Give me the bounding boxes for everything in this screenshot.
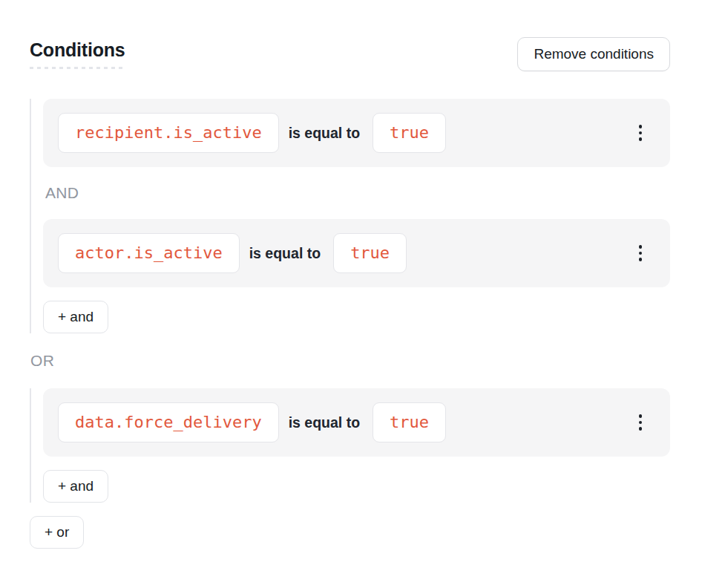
condition-group-2: data.force_delivery is equal to true + a…	[30, 388, 670, 503]
condition-operator[interactable]: is equal to	[249, 245, 321, 262]
add-or-group-button[interactable]: + or	[30, 516, 84, 549]
or-joiner-label: OR	[30, 352, 670, 370]
condition-expression: recipient.is_active is equal to true	[58, 113, 634, 153]
kebab-dot-icon	[639, 245, 643, 249]
kebab-dot-icon	[639, 252, 643, 255]
condition-value-chip[interactable]: true	[333, 233, 407, 273]
condition-row: data.force_delivery is equal to true	[43, 388, 670, 457]
condition-field-chip[interactable]: data.force_delivery	[58, 402, 279, 442]
condition-row: recipient.is_active is equal to true	[43, 99, 670, 167]
condition-row: actor.is_active is equal to true	[43, 219, 670, 287]
condition-expression: actor.is_active is equal to true	[58, 233, 634, 273]
condition-group-1: recipient.is_active is equal to true AND…	[30, 99, 670, 333]
condition-field-chip[interactable]: recipient.is_active	[58, 113, 279, 153]
conditions-panel: Conditions Remove conditions recipient.i…	[0, 0, 702, 549]
kebab-menu-button[interactable]	[634, 241, 647, 266]
condition-expression: data.force_delivery is equal to true	[58, 402, 634, 442]
add-and-condition-button[interactable]: + and	[43, 301, 108, 333]
page-title: Conditions	[30, 39, 125, 69]
and-joiner-label: AND	[45, 184, 670, 202]
kebab-dot-icon	[639, 421, 643, 425]
add-and-condition-button[interactable]: + and	[43, 470, 108, 503]
kebab-dot-icon	[639, 131, 643, 135]
condition-operator[interactable]: is equal to	[289, 414, 360, 431]
condition-value-chip[interactable]: true	[373, 113, 446, 153]
condition-field-chip[interactable]: actor.is_active	[58, 233, 240, 273]
kebab-menu-button[interactable]	[634, 410, 647, 435]
condition-value-chip[interactable]: true	[373, 402, 446, 442]
kebab-dot-icon	[639, 427, 643, 431]
condition-groups: recipient.is_active is equal to true AND…	[30, 99, 670, 549]
conditions-header: Conditions Remove conditions	[30, 37, 670, 71]
condition-operator[interactable]: is equal to	[289, 125, 360, 142]
kebab-menu-button[interactable]	[634, 120, 647, 146]
kebab-dot-icon	[639, 414, 643, 418]
kebab-dot-icon	[639, 125, 643, 128]
kebab-dot-icon	[639, 258, 643, 261]
kebab-dot-icon	[639, 137, 643, 141]
remove-conditions-button[interactable]: Remove conditions	[517, 37, 670, 71]
